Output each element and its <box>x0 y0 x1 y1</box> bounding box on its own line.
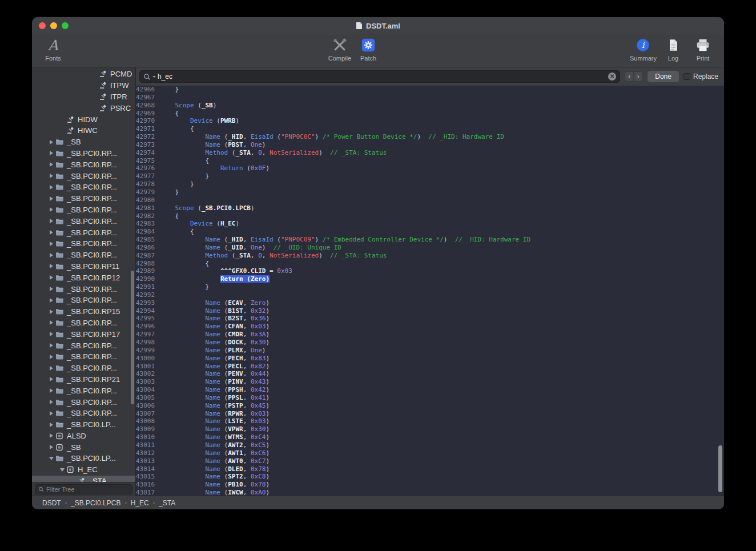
tree-item-_SB-PCI0-RP[interactable]: _SB.PCI0.RP... <box>32 396 135 408</box>
tree-item-_SB-PCI0-RP[interactable]: _SB.PCI0.RP... <box>32 295 135 306</box>
code-line[interactable]: 43003 Name (PINV, 0x43) <box>136 378 724 386</box>
disclosure-triangle-icon[interactable] <box>47 332 55 336</box>
code-line[interactable]: 42979 } <box>136 188 724 196</box>
disclosure-triangle-icon[interactable] <box>47 445 55 449</box>
disclosure-triangle-icon[interactable] <box>58 468 66 472</box>
disclosure-triangle-icon[interactable] <box>47 207 55 212</box>
code-line[interactable]: 42975 { <box>136 157 724 165</box>
tree-item-_SB-PCI0-RP15[interactable]: _SB.PCI0.RP15 <box>32 306 135 317</box>
print-button[interactable]: Print <box>690 36 716 62</box>
filter-tree-input[interactable] <box>46 486 129 493</box>
find-input[interactable] <box>158 73 606 81</box>
code-line[interactable]: 42991 } <box>136 283 724 291</box>
disclosure-triangle-icon[interactable] <box>47 162 55 167</box>
tree-item-_SB-PCI0-RP[interactable]: _SB.PCI0.RP... <box>32 385 135 396</box>
tree-item-_SB-PCI0-RP[interactable]: _SB.PCI0.RP... <box>32 408 135 419</box>
disclosure-triangle-icon[interactable] <box>47 423 55 427</box>
filter-field[interactable] <box>35 484 132 494</box>
disclosure-triangle-icon[interactable] <box>47 151 55 155</box>
code-line[interactable]: 42988 { <box>136 260 724 268</box>
tree-item-ITPR[interactable]: ITPR <box>32 91 135 103</box>
tree-item-_SB-PCI0-RP[interactable]: _SB.PCI0.RP... <box>32 159 135 170</box>
code-line[interactable]: 42992 <box>136 291 724 299</box>
disclosure-triangle-icon[interactable] <box>47 298 55 303</box>
tree-item-_SB-PCI0-RP[interactable]: _SB.PCI0.RP... <box>32 340 135 351</box>
acpi-tree[interactable]: PCMDITPWITPRPSRCHIDWHIWC_SB_SB.PCI0.RP..… <box>32 67 135 482</box>
tree-item-_SB-PCI0-RP[interactable]: _SB.PCI0.RP... <box>32 351 135 363</box>
tree-item-_SB-PCI0-RP21[interactable]: _SB.PCI0.RP21 <box>32 374 135 385</box>
tree-item-_SB-PCI0-RP[interactable]: _SB.PCI0.RP... <box>32 317 135 329</box>
disclosure-triangle-icon[interactable] <box>47 366 55 371</box>
tree-item-_SB-PCI0-RP12[interactable]: _SB.PCI0.RP12 <box>32 272 135 283</box>
tree-item-_SB-PCI0-RP[interactable]: _SB.PCI0.RP... <box>32 182 135 193</box>
code-line[interactable]: 42996 Name (CFAN, 0x03) <box>136 323 724 331</box>
tree-item-_SB-PCI0-RP[interactable]: _SB.PCI0.RP... <box>32 250 135 261</box>
search-field[interactable]: ✕ <box>139 70 620 83</box>
code-line[interactable]: 43016 Name (PB10, 0x78) <box>136 481 724 489</box>
disclosure-triangle-icon[interactable] <box>47 355 55 359</box>
tree-item-_SB-PCI0-RP[interactable]: _SB.PCI0.RP... <box>32 283 135 295</box>
code-line[interactable]: 42977 } <box>136 172 724 180</box>
code-line[interactable]: 42995 Name (B2ST, 0x36) <box>136 315 724 323</box>
code-line[interactable]: 43010 Name (WTMS, 0xC4) <box>136 433 724 441</box>
tree-item-_SB-PCI0-LP[interactable]: _SB.PCI0.LP... <box>32 453 135 464</box>
tree-item-HIDW[interactable]: HIDW <box>32 114 135 125</box>
disclosure-triangle-icon[interactable] <box>47 343 55 348</box>
code-line[interactable]: 42971 { <box>136 125 724 133</box>
code-line[interactable]: 42966 } <box>136 86 724 94</box>
code-line[interactable]: 43013 Name (AWT0, 0xC7) <box>136 457 724 465</box>
code-line[interactable]: 42968 Scope (_SB) <box>136 102 724 110</box>
log-button[interactable]: Log <box>660 36 686 62</box>
code-line[interactable]: 42990 Return (Zero) <box>136 275 724 283</box>
tree-item-_SB-PCI0-RP[interactable]: _SB.PCI0.RP... <box>32 193 135 204</box>
tree-item-_SB-PCI0-LP[interactable]: _SB.PCI0.LP... <box>32 419 135 431</box>
disclosure-triangle-icon[interactable] <box>47 185 55 190</box>
tree-item-_SB[interactable]: _SB <box>32 136 135 148</box>
tree-item-_SB-PCI0-RP[interactable]: _SB.PCI0.RP... <box>32 170 135 182</box>
code-line[interactable]: 42970 Device (PWRB) <box>136 117 724 125</box>
disclosure-triangle-icon[interactable] <box>47 264 55 268</box>
code-line[interactable]: 43017 Name (IWCW, 0xA0) <box>136 489 724 496</box>
code-line[interactable]: 42982 { <box>136 212 724 220</box>
code-line[interactable]: 42984 { <box>136 228 724 236</box>
compile-button[interactable]: Compile <box>327 36 353 62</box>
disclosure-triangle-icon[interactable] <box>47 253 55 258</box>
disclosure-triangle-icon[interactable] <box>47 140 55 144</box>
find-next-button[interactable]: › <box>634 71 643 82</box>
code-line[interactable]: 42978 } <box>136 180 724 188</box>
find-previous-button[interactable]: ‹ <box>625 71 634 82</box>
tree-item-_SB-PCI0-RP[interactable]: _SB.PCI0.RP... <box>32 204 135 216</box>
code-line[interactable]: 42998 Name (DOCK, 0x30) <box>136 339 724 347</box>
code-line[interactable]: 43002 Name (PENV, 0x44) <box>136 370 724 378</box>
disclosure-triangle-icon[interactable] <box>47 230 55 235</box>
code-line[interactable]: 42985 Name (_HID, EisaId ("PNP0C09") /* … <box>136 236 724 244</box>
editor-scrollbar-thumb[interactable] <box>718 445 722 492</box>
code-line[interactable]: 42989 ^^^GFX0.CLID = 0x03 <box>136 267 724 275</box>
tree-item-_SB-PCI0-RP11[interactable]: _SB.PCI0.RP11 <box>32 261 135 272</box>
code-line[interactable]: 42987 Method (_STA, 0, NotSerialized) //… <box>136 252 724 260</box>
fonts-button[interactable]: A Fonts <box>40 36 66 62</box>
disclosure-triangle-icon[interactable] <box>47 219 55 223</box>
breadcrumb-item[interactable]: H_EC <box>131 499 149 507</box>
disclosure-triangle-icon[interactable] <box>47 320 55 325</box>
tree-item-HIWC[interactable]: HIWC <box>32 125 135 136</box>
tree-item-PSRC[interactable]: PSRC <box>32 102 135 114</box>
code-line[interactable]: 42994 Name (B1ST, 0x32) <box>136 307 724 315</box>
disclosure-triangle-icon[interactable] <box>47 388 55 393</box>
tree-item-_SB-PCI0-RP[interactable]: _SB.PCI0.RP... <box>32 363 135 374</box>
code-line[interactable]: 43000 Name (PECH, 0x83) <box>136 355 724 363</box>
disclosure-triangle-icon[interactable] <box>47 400 55 404</box>
titlebar[interactable]: DSDT.aml <box>32 17 724 34</box>
code-line[interactable]: 42976 Return (0x0F) <box>136 164 724 172</box>
disclosure-triangle-icon[interactable] <box>47 275 55 280</box>
code-line[interactable]: 42997 Name (CMDR, 0x3A) <box>136 331 724 339</box>
sidebar-scrollbar-thumb[interactable] <box>131 271 134 404</box>
code-line[interactable]: 42980 <box>136 196 724 204</box>
done-button[interactable]: Done <box>648 71 679 82</box>
code-line[interactable]: 43012 Name (AWT1, 0xC6) <box>136 449 724 457</box>
code-line[interactable]: 42972 Name (_HID, EisaId ("PNP0C0C") /* … <box>136 133 724 141</box>
tree-item-_SB-PCI0-RP[interactable]: _SB.PCI0.RP... <box>32 148 135 159</box>
code-editor[interactable]: 42966 }4296742968 Scope (_SB)42969 {4297… <box>136 86 724 496</box>
disclosure-triangle-icon[interactable] <box>47 287 55 291</box>
code-line[interactable]: 43004 Name (PPSH, 0x42) <box>136 386 724 394</box>
